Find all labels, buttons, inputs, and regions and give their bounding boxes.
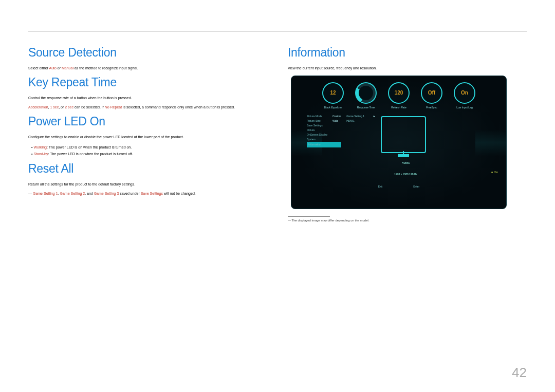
power-led-list: Working: The power LED is on when the pr… (31, 144, 267, 158)
right-column: Information View the current input sourc… (288, 42, 527, 222)
osd-middle: Picture ModeCustom Picture SizeWide Save… (291, 109, 506, 178)
heading-reset-all: Reset All (28, 162, 267, 176)
osd-right-list: Game Setting 1 ► HDMI1 (346, 114, 375, 176)
osd-resolution: 1920 x 1080 120 Hz (381, 173, 431, 176)
osd-bottom-row: Exit Enter (291, 185, 506, 188)
key-repeat-body2: Acceleration, 1 sec, or 2 sec can be sel… (28, 105, 267, 110)
information-intro: View the current input source, frequency… (288, 66, 527, 71)
top-rule (28, 31, 527, 31)
page-number: 42 (512, 365, 527, 381)
circle-low-input-lag: On (454, 82, 475, 104)
osd-port: HDMI1 (381, 161, 431, 164)
osd-info-panel: 12 120 Off On Black Equalizer Response T… (291, 76, 507, 209)
heading-information: Information (288, 46, 527, 60)
left-column: Source Detection Select either Auto or M… (28, 42, 267, 222)
heading-power-led: Power LED On (28, 115, 267, 128)
monitor-icon: HDMI1 1920 x 1080 120 Hz (381, 114, 431, 176)
circle-freesync: Off (421, 82, 442, 104)
osd-circles-row: 12 120 Off On (291, 76, 506, 104)
circle-refresh-rate: 120 (388, 82, 410, 104)
circle-black-equalizer: 12 (322, 82, 344, 104)
source-detection-text: Select either Auto or Manual as the meth… (28, 66, 267, 71)
reset-all-footnote: ― Game Setting 1, Game Setting 2, and Ga… (28, 191, 267, 197)
power-led-text: Configure the settings to enable or disa… (28, 135, 267, 140)
osd-on-indicator: ● On (491, 171, 498, 174)
key-repeat-body1: Control the response rate of a button wh… (28, 96, 267, 101)
osd-exit-label: Exit (378, 185, 382, 188)
osd-left-list: Picture ModeCustom Picture SizeWide Save… (307, 114, 341, 176)
information-footnote: ― The displayed image may differ dependi… (288, 219, 527, 222)
circle-response-time (355, 82, 377, 104)
heading-source-detection: Source Detection (28, 46, 267, 60)
reset-all-text: Return all the settings for the product … (28, 182, 267, 188)
footnote-rule (288, 216, 330, 217)
heading-key-repeat: Key Repeat Time (28, 76, 267, 89)
osd-enter-label: Enter (413, 185, 419, 188)
